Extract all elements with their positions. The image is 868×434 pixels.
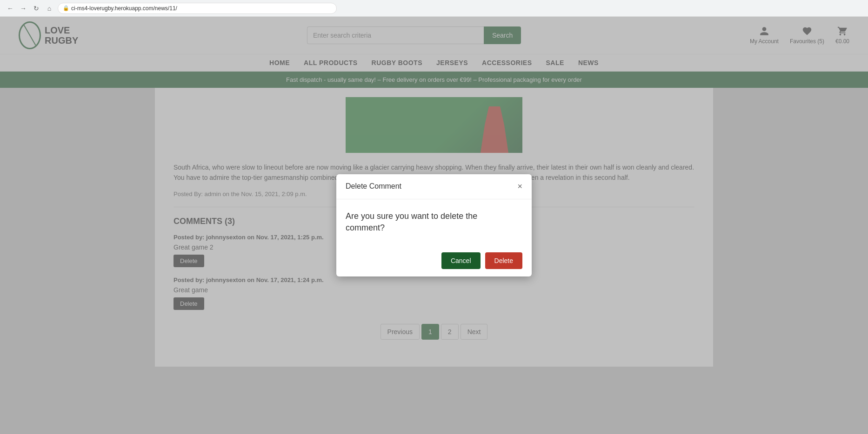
url-bar[interactable]: 🔒 ci-ms4-loverugby.herokuapp.com/news/11…	[58, 3, 337, 14]
home-button[interactable]: ⌂	[45, 4, 54, 13]
modal-header: Delete Comment ×	[336, 174, 532, 199]
modal-cancel-button[interactable]: Cancel	[441, 252, 481, 269]
browser-chrome: ← → ↻ ⌂ 🔒 ci-ms4-loverugby.herokuapp.com…	[0, 0, 868, 17]
refresh-button[interactable]: ↻	[32, 4, 41, 13]
page-wrapper: LOVE RUGBY Search My Account Favourites …	[0, 17, 868, 434]
lock-icon: 🔒	[63, 5, 69, 11]
forward-button[interactable]: →	[19, 4, 28, 13]
modal-footer: Cancel Delete	[336, 245, 532, 276]
modal-delete-button[interactable]: Delete	[485, 252, 522, 269]
url-text: ci-ms4-loverugby.herokuapp.com/news/11/	[71, 5, 177, 12]
delete-comment-modal: Delete Comment × Are you sure you want t…	[336, 174, 532, 276]
modal-body-line2: comment?	[346, 223, 385, 232]
back-button[interactable]: ←	[6, 4, 15, 13]
modal-close-button[interactable]: ×	[517, 182, 522, 191]
modal-body: Are you sure you want to delete the comm…	[336, 199, 532, 245]
modal-title: Delete Comment	[346, 182, 401, 191]
modal-overlay: Delete Comment × Are you sure you want t…	[0, 17, 868, 434]
modal-body-line1: Are you sure you want to delete the	[346, 211, 477, 221]
